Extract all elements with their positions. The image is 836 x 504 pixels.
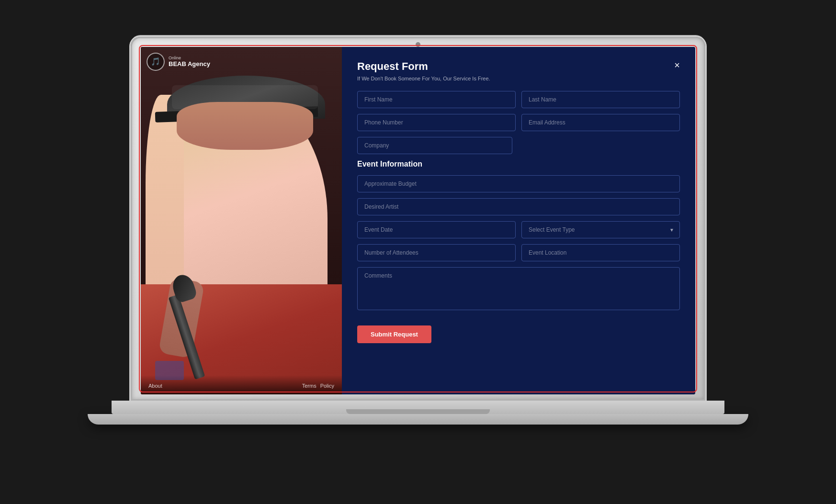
logo-icon: 🎵: [147, 53, 165, 71]
budget-field: [357, 175, 680, 192]
last-name-input[interactable]: [521, 91, 680, 108]
logo-symbol: 🎵: [151, 57, 160, 66]
artist-input[interactable]: [357, 198, 680, 215]
laptop-bezel: 🎵 Online BEAB Agency About Terms Policy: [131, 37, 705, 401]
about-link[interactable]: About: [148, 383, 162, 389]
left-footer: About Terms Policy: [141, 383, 342, 389]
event-type-select[interactable]: Select Event Type Concert Festival Corpo…: [521, 221, 680, 238]
form-subtitle: If We Don't Book Someone For You, Our Se…: [357, 76, 680, 81]
laptop-foot: [88, 414, 748, 425]
phone-field: [357, 114, 516, 131]
form-title: Request Form: [357, 60, 428, 73]
location-input[interactable]: [521, 244, 680, 261]
name-row: [357, 91, 680, 108]
phone-input[interactable]: [357, 114, 516, 131]
first-name-field: [357, 91, 516, 108]
event-date-input[interactable]: [357, 221, 516, 238]
logo-agency-name: BEAB Agency: [169, 60, 210, 67]
artist-field: [357, 198, 680, 215]
attendees-input[interactable]: [357, 244, 516, 261]
logo-online-label: Online: [169, 56, 210, 60]
comments-textarea[interactable]: [357, 267, 680, 310]
event-type-wrapper: Select Event Type Concert Festival Corpo…: [521, 221, 680, 238]
contact-row: [357, 114, 680, 131]
left-panel: 🎵 Online BEAB Agency About Terms Policy: [141, 47, 342, 394]
submit-button[interactable]: Submit Request: [357, 325, 431, 343]
artist-photo: [141, 47, 342, 394]
email-input[interactable]: [521, 114, 680, 131]
right-panel: Request Form × If We Don't Book Someone …: [342, 47, 695, 394]
location-field: [521, 244, 680, 261]
modal-layout: 🎵 Online BEAB Agency About Terms Policy: [141, 47, 695, 394]
close-button[interactable]: ×: [674, 60, 680, 70]
event-section-label: Event Information: [357, 160, 680, 168]
laptop-base: [112, 401, 724, 414]
first-name-input[interactable]: [357, 91, 516, 108]
company-field: [357, 137, 512, 154]
comments-row: [357, 267, 680, 312]
artist-row: [357, 198, 680, 215]
company-row: [357, 137, 680, 154]
last-name-field: [521, 91, 680, 108]
attendees-location-row: [357, 244, 680, 261]
attendees-field: [357, 244, 516, 261]
form-header: Request Form ×: [357, 60, 680, 73]
policy-link[interactable]: Policy: [320, 383, 334, 389]
laptop-container: 🎵 Online BEAB Agency About Terms Policy: [83, 37, 753, 468]
logo-bar: 🎵 Online BEAB Agency: [147, 53, 210, 71]
date-type-row: Select Event Type Concert Festival Corpo…: [357, 221, 680, 238]
event-date-field: [357, 221, 516, 238]
company-input[interactable]: [357, 137, 512, 154]
terms-link[interactable]: Terms: [302, 383, 316, 389]
email-field: [521, 114, 680, 131]
logo-text: Online BEAB Agency: [169, 56, 210, 67]
budget-input[interactable]: [357, 175, 680, 192]
terms-policy-group: Terms Policy: [302, 383, 334, 389]
comments-field: [357, 267, 680, 312]
budget-row: [357, 175, 680, 192]
screen-content: 🎵 Online BEAB Agency About Terms Policy: [141, 47, 695, 394]
